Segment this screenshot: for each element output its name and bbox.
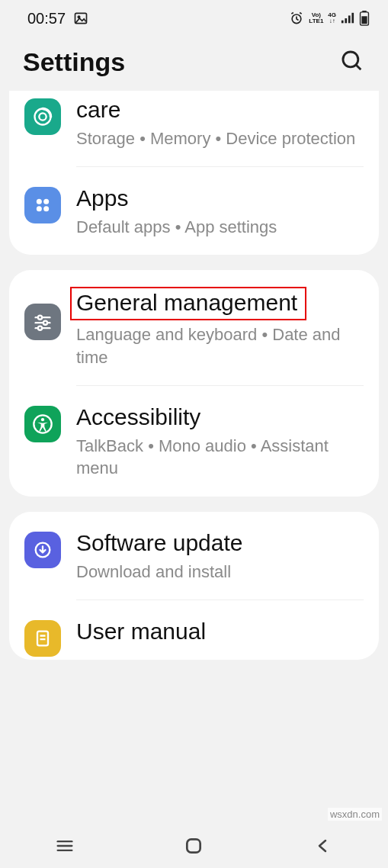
svg-point-10 [343, 51, 358, 66]
svg-rect-4 [345, 18, 347, 23]
navigation-bar [0, 824, 388, 868]
svg-rect-9 [361, 16, 367, 24]
svg-point-16 [37, 206, 42, 211]
row-title: Software update [76, 529, 364, 558]
settings-row-user-manual[interactable]: User manual [9, 600, 379, 660]
svg-point-19 [38, 316, 42, 320]
settings-row-general-management[interactable]: General management Language and keyboard… [9, 270, 379, 385]
svg-point-23 [38, 326, 42, 330]
svg-point-14 [37, 199, 42, 204]
settings-group: Software update Download and install Use… [9, 512, 379, 660]
settings-group: care Storage • Memory • Device protectio… [9, 91, 379, 255]
picture-icon [73, 11, 88, 26]
row-subtitle: Language and keyboard • Date and time [76, 323, 364, 368]
settings-row-accessibility[interactable]: Accessibility TalkBack • Mono audio • As… [9, 386, 379, 497]
apps-icon [24, 187, 61, 223]
status-time: 00:57 [27, 10, 66, 27]
device-care-icon [24, 98, 61, 135]
svg-rect-6 [351, 13, 354, 24]
nav-home-button[interactable] [163, 836, 224, 856]
row-subtitle: TalkBack • Mono audio • Assistant menu [76, 435, 364, 480]
svg-line-11 [356, 64, 361, 69]
settings-row-software-update[interactable]: Software update Download and install [9, 512, 379, 600]
watermark: wsxdn.com [328, 808, 382, 821]
svg-point-13 [39, 113, 46, 120]
battery-icon [359, 11, 370, 26]
accessibility-icon [24, 406, 61, 442]
svg-point-15 [43, 199, 49, 204]
page-title: Settings [23, 47, 125, 77]
svg-point-17 [43, 206, 49, 211]
search-button[interactable] [339, 48, 365, 77]
nav-recents-button[interactable] [34, 835, 95, 857]
svg-rect-5 [348, 15, 351, 23]
nav-back-button[interactable] [293, 837, 354, 855]
network-4g-icon: 4G↓↑ [328, 12, 336, 24]
svg-rect-3 [342, 21, 344, 24]
settings-group: General management Language and keyboard… [9, 270, 379, 497]
row-title: Apps [76, 184, 364, 213]
svg-point-21 [43, 321, 47, 325]
row-subtitle: Default apps • App settings [76, 216, 364, 239]
row-subtitle: Storage • Memory • Device protection [76, 127, 364, 150]
software-update-icon [24, 532, 61, 568]
row-title: care [76, 95, 364, 124]
row-title: General management [76, 288, 297, 317]
search-icon [339, 48, 365, 74]
svg-rect-33 [188, 839, 200, 852]
volte-icon: Vo)LTE1 [309, 12, 323, 24]
row-title: Accessibility [76, 403, 364, 432]
general-management-icon [24, 304, 61, 340]
row-subtitle: Download and install [76, 561, 364, 583]
user-manual-icon [24, 620, 61, 657]
status-bar: 00:57 Vo)LTE1 4G↓↑ [0, 0, 388, 34]
signal-icon [341, 11, 354, 25]
row-title: User manual [76, 617, 364, 646]
alarm-icon [289, 11, 304, 26]
svg-point-25 [41, 418, 44, 421]
header: Settings [0, 34, 388, 91]
highlight-box: General management [70, 287, 306, 320]
settings-row-apps[interactable]: Apps Default apps • App settings [9, 167, 379, 255]
settings-row-device-care[interactable]: care Storage • Memory • Device protectio… [9, 91, 379, 166]
status-icons: Vo)LTE1 4G↓↑ [289, 11, 370, 26]
